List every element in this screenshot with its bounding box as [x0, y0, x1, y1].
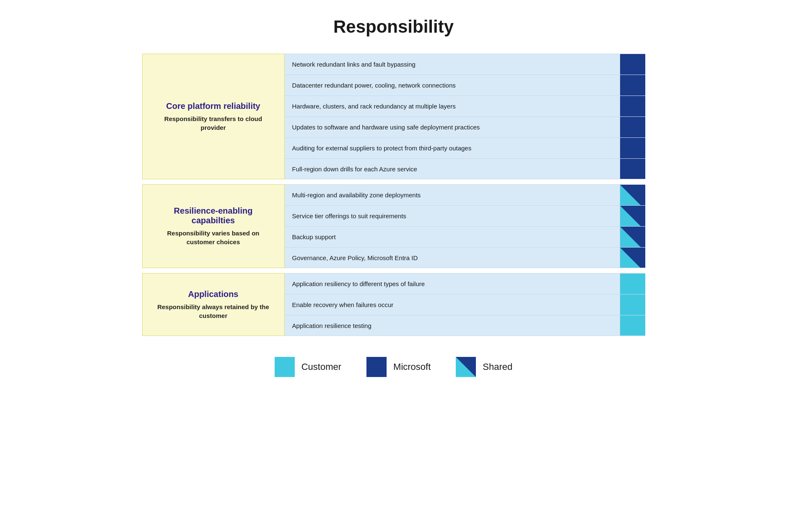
item-text: Application resiliency to different type…: [285, 274, 620, 294]
item-indicator: [620, 138, 645, 158]
item-text: Auditing for external suppliers to prote…: [285, 138, 620, 158]
customer-indicator-icon: [620, 274, 645, 294]
customer-indicator-icon: [620, 315, 645, 336]
shared-indicator-icon: [620, 248, 645, 268]
item-text: Network redundant links and fault bypass…: [285, 54, 620, 75]
section-label-core-platform: Core platform reliabilityResponsibility …: [142, 54, 285, 179]
item-indicator: [620, 274, 645, 294]
microsoft-indicator-icon: [620, 54, 645, 75]
legend-item-customer: Customer: [275, 357, 341, 377]
legend: CustomerMicrosoftShared: [275, 357, 513, 377]
section-applications: ApplicationsResponsibility always retain…: [142, 273, 645, 336]
shared-indicator-icon: [620, 227, 645, 247]
items-column-applications: Application resiliency to different type…: [285, 273, 645, 336]
item-indicator: [620, 75, 645, 96]
item-indicator: [620, 159, 645, 179]
item-text: Governance, Azure Policy, Microsoft Entr…: [285, 248, 620, 268]
section-heading-resilience-enabling: Resilience-enabling capabilties: [155, 206, 272, 225]
item-row: Datacenter redundant power, cooling, net…: [285, 75, 645, 96]
item-row: Updates to software and hardware using s…: [285, 116, 645, 137]
shared-indicator-icon: [620, 185, 645, 205]
item-indicator: [620, 227, 645, 247]
items-column-resilience-enabling: Multi-region and availability zone deplo…: [285, 184, 645, 268]
microsoft-indicator-icon: [620, 159, 645, 179]
microsoft-indicator-icon: [620, 75, 645, 96]
item-text: Service tier offerings to suit requireme…: [285, 206, 620, 226]
item-text: Enable recovery when failures occur: [285, 294, 620, 315]
item-row: Governance, Azure Policy, Microsoft Entr…: [285, 247, 645, 268]
section-resilience-enabling: Resilience-enabling capabiltiesResponsib…: [142, 184, 645, 268]
legend-item-microsoft: Microsoft: [366, 357, 431, 377]
items-column-core-platform: Network redundant links and fault bypass…: [285, 54, 645, 179]
item-row: Service tier offerings to suit requireme…: [285, 205, 645, 226]
item-row: Enable recovery when failures occur: [285, 294, 645, 315]
section-heading-applications: Applications: [188, 289, 238, 299]
microsoft-indicator-icon: [620, 117, 645, 137]
section-core-platform: Core platform reliabilityResponsibility …: [142, 54, 645, 179]
item-text: Hardware, clusters, and rack redundancy …: [285, 96, 620, 116]
item-row: Hardware, clusters, and rack redundancy …: [285, 96, 645, 116]
legend-label-microsoft: Microsoft: [393, 362, 431, 372]
item-text: Datacenter redundant power, cooling, net…: [285, 75, 620, 96]
legend-swatch-microsoft: [366, 357, 387, 377]
item-indicator: [620, 294, 645, 315]
section-subtext-applications: Responsibility always retained by the cu…: [155, 302, 272, 320]
section-subtext-core-platform: Responsibility transfers to cloud provid…: [155, 114, 272, 132]
item-indicator: [620, 315, 645, 336]
item-row: Application resilience testing: [285, 315, 645, 336]
customer-indicator-icon: [620, 294, 645, 315]
section-label-applications: ApplicationsResponsibility always retain…: [142, 273, 285, 336]
legend-label-shared: Shared: [483, 362, 512, 372]
microsoft-indicator-icon: [620, 138, 645, 158]
section-heading-core-platform: Core platform reliability: [166, 101, 260, 111]
item-row: Full-region down drills for each Azure s…: [285, 158, 645, 179]
item-row: Backup support: [285, 226, 645, 247]
section-label-resilience-enabling: Resilience-enabling capabiltiesResponsib…: [142, 184, 285, 268]
legend-swatch-shared: [456, 357, 476, 377]
item-indicator: [620, 185, 645, 205]
item-row: Application resiliency to different type…: [285, 273, 645, 294]
microsoft-indicator-icon: [620, 96, 645, 116]
item-text: Updates to software and hardware using s…: [285, 117, 620, 137]
legend-label-customer: Customer: [301, 362, 341, 372]
item-text: Full-region down drills for each Azure s…: [285, 159, 620, 179]
item-indicator: [620, 206, 645, 226]
item-row: Auditing for external suppliers to prote…: [285, 137, 645, 158]
item-row: Multi-region and availability zone deplo…: [285, 184, 645, 205]
item-text: Multi-region and availability zone deplo…: [285, 185, 620, 205]
legend-item-shared: Shared: [456, 357, 512, 377]
item-indicator: [620, 117, 645, 137]
main-content: Core platform reliabilityResponsibility …: [142, 54, 645, 336]
item-indicator: [620, 248, 645, 268]
legend-swatch-customer: [275, 357, 295, 377]
item-text: Backup support: [285, 227, 620, 247]
section-subtext-resilience-enabling: Responsibility varies based on customer …: [155, 229, 272, 246]
item-text: Application resilience testing: [285, 315, 620, 336]
page-title: Responsibility: [333, 17, 454, 37]
item-indicator: [620, 54, 645, 75]
item-row: Network redundant links and fault bypass…: [285, 54, 645, 75]
item-indicator: [620, 96, 645, 116]
shared-indicator-icon: [620, 206, 645, 226]
